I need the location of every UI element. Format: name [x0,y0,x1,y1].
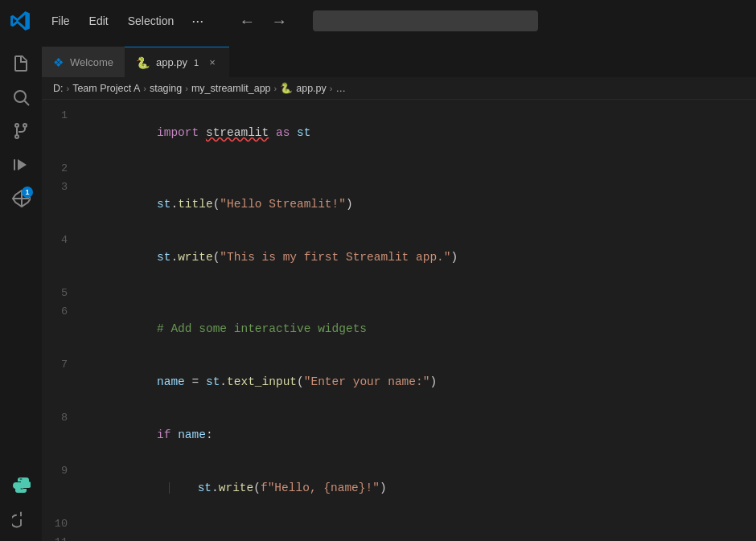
breadcrumb-part-5[interactable]: … [335,83,346,94]
breadcrumb-icon-py: 🐍 [280,82,293,94]
activity-bar: 1 [0,42,42,541]
nav-arrows: ← → [232,10,294,32]
app-py-tab-label: app.py [156,56,187,68]
title-bar: File Edit Selection ··· ← → [0,0,756,42]
activity-icon-source-control[interactable] [6,116,36,146]
code-line-2: 2 [42,159,756,178]
code-line-3: 3 st.title("Hello Streamlit!") [42,178,756,231]
svg-point-0 [14,91,26,102]
extensions-badge: 1 [22,186,33,198]
welcome-tab-label: Welcome [70,56,113,68]
activity-bar-bottom [6,470,36,535]
menu-more[interactable]: ··· [185,10,210,33]
editor-area: ❖ Welcome 🐍 app.py 1 × D: › Team Project… [42,42,756,541]
nav-back-button[interactable]: ← [232,10,261,32]
tab-welcome[interactable]: ❖ Welcome [42,47,125,77]
nav-forward-button[interactable]: → [265,10,294,32]
app-py-tab-close[interactable]: × [207,55,218,69]
python-file-icon: 🐍 [136,56,150,69]
menu-selection[interactable]: Selection [120,11,183,31]
code-line-7: 7 name = st.text_input("Enter your name:… [42,355,756,408]
activity-icon-power[interactable] [6,504,36,535]
search-bar[interactable] [313,10,538,31]
tabs-bar: ❖ Welcome 🐍 app.py 1 × [42,42,756,77]
menu-edit[interactable]: Edit [81,11,117,31]
main-layout: 1 ❖ Welcome 🐍 [0,42,756,541]
breadcrumb-part-1[interactable]: Team Project A [72,83,140,94]
svg-rect-2 [14,159,15,170]
code-line-8: 8 if name: [42,408,756,461]
code-line-6: 6 # Add some interactive widgets [42,302,756,355]
breadcrumb-part-3[interactable]: my_streamlit_app [191,83,271,94]
activity-icon-explorer[interactable] [6,48,36,79]
code-line-5: 5 [42,284,756,302]
breadcrumb: D: › Team Project A › staging › my_strea… [42,77,756,100]
code-line-11: 11 number = st.slider("Pick a number:", … [42,533,756,541]
activity-icon-search[interactable] [6,82,36,113]
menu-file[interactable]: File [43,11,78,31]
breadcrumb-part-4[interactable]: app.py [296,83,327,94]
code-line-1: 1 import streamlit as st [42,106,756,159]
svg-line-1 [25,101,30,106]
welcome-tab-icon: ❖ [53,55,64,70]
activity-icon-extensions[interactable]: 1 [6,183,36,214]
breadcrumb-part-2[interactable]: staging [150,83,182,94]
code-line-10: 10 [42,514,756,533]
tab-app-py[interactable]: 🐍 app.py 1 × [125,47,229,77]
breadcrumb-part-0[interactable]: D: [53,83,64,94]
activity-icon-run[interactable] [6,150,36,180]
code-editor[interactable]: 1 import streamlit as st 2 3 st.title("H… [42,100,756,541]
app-py-tab-modified: 1 [194,58,199,68]
code-line-9: 9 st.write(f"Hello, {name}!") [42,461,756,514]
menu-bar: File Edit Selection ··· [43,10,210,33]
code-line-4: 4 st.write("This is my first Streamlit a… [42,231,756,284]
vscode-logo-icon [10,10,31,31]
activity-icon-python[interactable] [6,470,36,501]
